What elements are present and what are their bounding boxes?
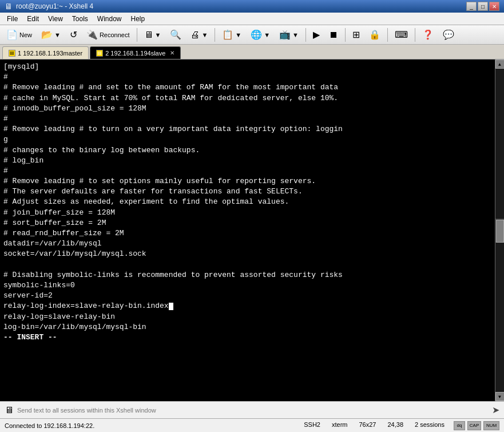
tab-slave[interactable]: ▤ 2 192.168.1.194slave ✕ (90, 46, 181, 59)
new-icon: 📄 (6, 29, 18, 40)
lock-button[interactable]: 🔒 (365, 27, 384, 43)
monitor-icon: 🖥 (144, 30, 153, 40)
minimize-button[interactable]: _ (466, 2, 477, 11)
help-button[interactable]: ❓ (418, 27, 438, 43)
monitor2-dropdown: ▼ (292, 31, 299, 38)
reconnect-button[interactable]: 🔌 Reconnect (82, 27, 134, 43)
terminal-content: [mysqld] # # Remove leading # and set to… (3, 62, 491, 343)
protocol-label: SSH2 (301, 421, 323, 430)
zoom-icon: 🔍 (170, 29, 181, 40)
menu-bar: File Edit View Tools Window Help (0, 13, 504, 25)
menu-window[interactable]: Window (93, 13, 126, 25)
monitor2-button[interactable]: 📺 ▼ (275, 27, 303, 43)
terminal-container: [mysqld] # # Remove leading # and set to… (0, 60, 504, 401)
sessions-button[interactable]: 📋 ▼ (218, 27, 245, 43)
chat-icon: 💬 (443, 29, 454, 40)
indicator1: dq (454, 421, 465, 430)
menu-tools[interactable]: Tools (68, 13, 93, 25)
send-text-input[interactable] (17, 407, 489, 414)
run-icon: ▶ (313, 29, 320, 40)
size-label: 76x27 (357, 421, 379, 430)
num-lock-indicator: NUM (483, 421, 499, 430)
connection-status: Connected to 192.168.1.194:22. (5, 422, 94, 429)
cap-lock-indicator: CAP (467, 421, 481, 430)
tab-slave-icon: ▤ (96, 50, 103, 57)
keyboard-icon: ⌨ (395, 29, 408, 40)
monitor2-icon: 📺 (279, 29, 291, 40)
sep3 (305, 28, 306, 42)
new-button[interactable]: 📄 New (2, 27, 36, 43)
globe-icon: 🌐 (251, 29, 262, 40)
sessions-dropdown: ▼ (235, 31, 241, 38)
tabs-bar: ▤ 1 192.168.1.193master ▤ 2 192.168.1.19… (0, 45, 504, 60)
grid-button[interactable]: ⊞ (348, 27, 364, 43)
maximize-button[interactable]: □ (478, 2, 488, 11)
lock-icon: 🔒 (369, 29, 380, 40)
sessions-label: 2 sessions (412, 421, 447, 430)
tab-master[interactable]: ▤ 1 192.168.1.193master (2, 46, 89, 59)
scroll-down-button[interactable]: ▼ (495, 392, 505, 401)
toolbar: 📄 New 📂 ▼ ↺ 🔌 Reconnect 🖥 ▼ 🔍 🖨 ▼ 📋 ▼ 🌐 … (0, 25, 504, 45)
tab-master-label: 1 192.168.1.193master (18, 50, 82, 57)
term-label: xterm (330, 421, 350, 430)
sep6 (415, 28, 415, 42)
scroll-up-button[interactable]: ▲ (495, 60, 505, 69)
print-button[interactable]: 🖨 ▼ (186, 27, 212, 43)
menu-file[interactable]: File (2, 13, 22, 25)
sessions-icon: 📋 (222, 29, 233, 40)
close-button[interactable]: ✕ (489, 2, 499, 11)
terminal-scrollbar[interactable]: ▲ ▼ (495, 60, 504, 401)
app-icon: 🖥 (5, 2, 13, 11)
print-icon: 🖨 (191, 30, 200, 40)
print-dropdown: ▼ (201, 31, 208, 38)
window-controls: _ □ ✕ (466, 2, 499, 11)
title-bar: 🖥 root@zuoyu1:~ - Xshell 4 _ □ ✕ (0, 0, 504, 13)
cursor-label: 24,38 (385, 421, 406, 430)
grid-icon: ⊞ (352, 29, 360, 40)
send-button[interactable]: ➤ (492, 405, 499, 415)
tab-slave-close[interactable]: ✕ (170, 50, 174, 56)
dropdown-icon: ▼ (155, 31, 161, 38)
refresh-icon: ↺ (70, 29, 77, 40)
sep4 (345, 28, 346, 42)
sep2 (215, 28, 215, 42)
help-icon: ❓ (422, 29, 434, 40)
monitor-button[interactable]: 🖥 ▼ (140, 27, 165, 43)
sep5 (387, 28, 388, 42)
input-bar: 🖥 ➤ (0, 401, 504, 418)
stop-button[interactable]: ⏹ (325, 27, 342, 43)
reconnect-icon: 🔌 (86, 29, 98, 40)
status-bar: Connected to 192.168.1.194:22. SSH2 xter… (0, 418, 504, 432)
open-icon: 📂 (41, 29, 53, 40)
stop-icon: ⏹ (329, 30, 338, 40)
globe-button[interactable]: 🌐 ▼ (247, 27, 274, 43)
globe-dropdown: ▼ (264, 31, 270, 38)
menu-edit[interactable]: Edit (22, 13, 43, 25)
menu-help[interactable]: Help (126, 13, 150, 25)
run-button[interactable]: ▶ (309, 27, 324, 43)
zoom-button[interactable]: 🔍 (166, 27, 185, 43)
keyboard-button[interactable]: ⌨ (391, 27, 412, 43)
input-bar-icon: 🖥 (5, 405, 14, 415)
open-dropdown-icon: ▼ (54, 31, 61, 38)
chat-button[interactable]: 💬 (439, 27, 458, 43)
tab-master-icon: ▤ (9, 50, 15, 57)
open-button[interactable]: 📂 ▼ (37, 27, 65, 43)
terminal[interactable]: [mysqld] # # Remove leading # and set to… (0, 60, 495, 401)
title-text: root@zuoyu1:~ - Xshell 4 (16, 2, 93, 10)
status-right: SSH2 xterm 76x27 24,38 2 sessions dq CAP… (301, 421, 499, 430)
scroll-thumb[interactable] (496, 220, 504, 243)
menu-view[interactable]: View (43, 13, 68, 25)
sep1 (137, 28, 137, 42)
tab-slave-label: 2 192.168.1.194slave (105, 50, 165, 57)
refresh-button[interactable]: ↺ (66, 27, 81, 43)
